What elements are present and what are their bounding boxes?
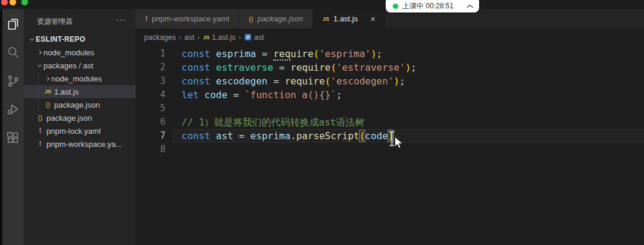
code-token: ast (216, 130, 233, 142)
json-file-icon: {} (249, 15, 253, 23)
code-token: estraverse (216, 62, 273, 73)
code-line[interactable]: 5 (136, 102, 644, 115)
code-token: req (273, 48, 290, 61)
breadcrumb-item-packages[interactable]: packages (144, 33, 176, 42)
chevron-right-icon (43, 77, 51, 80)
code-token: code (205, 89, 228, 100)
line-number: 8 (136, 143, 173, 156)
code-token: = (233, 130, 251, 142)
code-token: = (256, 48, 273, 59)
source-control-icon[interactable] (5, 73, 21, 89)
search-icon[interactable] (5, 45, 21, 60)
code-token: require (290, 62, 330, 73)
close-window-button[interactable] (1, 0, 8, 5)
tree-file-package-json[interactable]: {}package.json (24, 111, 136, 124)
js-file-icon: JS (203, 34, 210, 40)
warn-file-icon: ! (35, 127, 45, 135)
json-file-icon: {} (35, 114, 45, 121)
code-line[interactable]: 8 (136, 143, 644, 156)
code-token: ; (377, 48, 383, 59)
code-token: ( (330, 62, 336, 73)
tab-label: package.json (257, 14, 303, 23)
recording-indicator-pill[interactable]: 上课中 00:28:51 (386, 0, 479, 12)
line-number: 2 (136, 61, 173, 74)
sidebar-header: 资源管理器 ··· (24, 9, 136, 33)
code-token: require (285, 76, 324, 87)
tree-file-pnpm-workspace-ya-[interactable]: !pnpm-workspace.ya... (24, 137, 136, 150)
extensions-icon[interactable] (5, 130, 21, 146)
zoom-window-button[interactable] (21, 0, 28, 5)
warn-file-icon: ! (145, 15, 148, 23)
tree-item-label: 1.ast.js (54, 87, 79, 96)
code-token: let (182, 89, 205, 100)
tab-package-json[interactable]: {}package.json (239, 9, 313, 29)
tree-folder-eslint-repo[interactable]: ESLINT-REPO (24, 33, 136, 46)
sidebar-title: 资源管理器 (37, 17, 73, 27)
code-line[interactable]: 6// 1）就是将我们的代码转换成ast语法树 (136, 115, 644, 129)
line-content: // 1）就是将我们的代码转换成ast语法树 (173, 115, 644, 129)
tree-folder-node-modules[interactable]: node_modules (24, 72, 136, 85)
line-content: let code = `function a(){}`; (173, 88, 644, 102)
code-line[interactable]: 3const escodegen = require('escodegen'); (136, 74, 644, 88)
warn-file-icon: ! (35, 140, 45, 148)
indent-guide (38, 72, 39, 111)
breadcrumb-item-ast[interactable]: ast (185, 33, 195, 42)
code-token: ) (371, 48, 377, 59)
run-debug-icon[interactable] (5, 102, 21, 117)
code-editor[interactable]: 1const esprima = require('esprima');2con… (136, 46, 644, 245)
close-icon[interactable]: × (370, 14, 376, 23)
tree-item-label: node_modules (51, 74, 102, 83)
vscode-window: 资源管理器 ··· ESLINT-REPOnode_modulespackage… (0, 0, 644, 245)
code-token: escodegen (216, 76, 268, 87)
code-token: // 1）就是将我们的代码转换成ast语法树 (182, 117, 364, 128)
code-token: esprima (251, 130, 290, 142)
activity-bar (2, 9, 24, 245)
tree-file-1-ast-js[interactable]: JS1.ast.js (24, 85, 136, 98)
line-content: const ast = esprima.parseScript(code) (173, 129, 644, 143)
breadcrumb-label: ast (185, 33, 195, 42)
breadcrumb-item-1-ast-js[interactable]: JS1.ast.js (203, 33, 236, 42)
minimize-window-button[interactable] (10, 0, 16, 5)
code-token: const (182, 130, 216, 142)
tree-item-label: node_modules (43, 48, 94, 57)
tree-file-pnpm-lock-yaml[interactable]: !pnpm-lock.yaml (24, 124, 136, 137)
code-token: const (182, 76, 216, 87)
code-token: ) (393, 76, 399, 87)
tab-1-ast-js[interactable]: JS1.ast.js× (313, 9, 386, 29)
js-file-icon: JS (43, 89, 53, 95)
code-line[interactable]: 1const esprima = require('esprima'); (136, 47, 644, 61)
line-content: const esprima = require('esprima'); (173, 47, 644, 61)
code-token: ) (405, 62, 411, 73)
tab-pnpm-workspace-yaml[interactable]: !pnpm-workspace.yaml (136, 9, 239, 29)
code-token: const (182, 48, 216, 59)
breadcrumb-separator: › (239, 33, 241, 42)
tree-file-package-json[interactable]: {}package.json (24, 98, 136, 111)
code-token: = (268, 76, 285, 87)
tree-folder-node-modules[interactable]: node_modules (24, 46, 136, 59)
code-line[interactable]: 7const ast = esprima.parseScript(code) (136, 129, 644, 143)
code-line[interactable]: 2const estraverse = require('estraverse'… (136, 61, 644, 74)
titlebar (0, 0, 644, 9)
tree-item-label: packages / ast (43, 61, 93, 70)
code-line[interactable]: 4let code = `function a(){}`; (136, 88, 644, 102)
chevron-up-icon[interactable] (467, 4, 473, 8)
more-actions-icon[interactable]: ··· (116, 17, 126, 23)
chevron-down-icon (27, 38, 36, 41)
line-content (173, 102, 644, 115)
recording-dot-icon (393, 4, 398, 9)
breadcrumb-label: packages (144, 33, 176, 42)
breadcrumb-label: 1.ast.js (212, 33, 236, 42)
line-content: const estraverse = require('estraverse')… (173, 61, 644, 74)
tree-item-label: ESLINT-REPO (36, 35, 85, 43)
tree-folder-packages-ast[interactable]: packages / ast (24, 59, 136, 72)
code-token: const (182, 62, 216, 73)
breadcrumb-separator: › (179, 33, 182, 42)
line-number: 4 (136, 88, 173, 102)
line-content (173, 143, 644, 156)
explorer-sidebar: 资源管理器 ··· ESLINT-REPOnode_modulespackage… (24, 9, 136, 245)
code-token: parseScript (296, 130, 359, 142)
explorer-icon[interactable] (5, 16, 21, 32)
breadcrumb-item-ast[interactable]: ast (244, 33, 264, 42)
code-token: `function a(){}` (245, 89, 336, 100)
breadcrumb-separator: › (198, 33, 200, 42)
